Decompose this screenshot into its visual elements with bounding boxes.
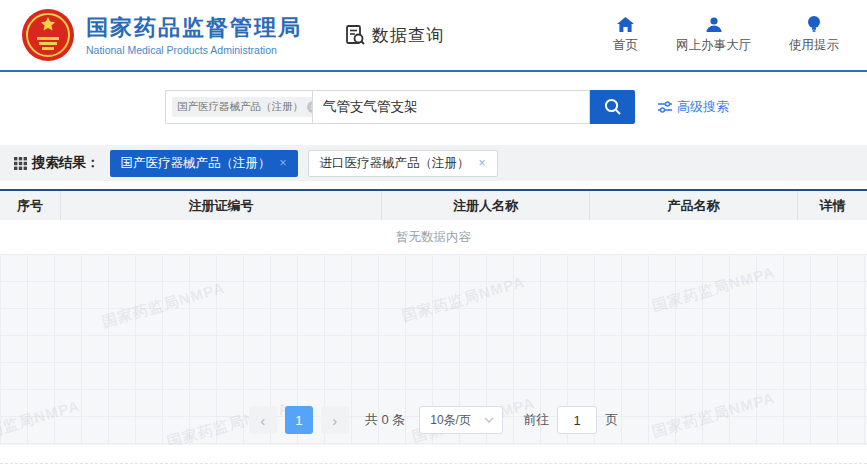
page-size-select[interactable]: 10条/页 xyxy=(419,406,503,434)
next-page-button[interactable]: › xyxy=(321,406,349,434)
results-bar: 搜索结果： 国产医疗器械产品（注册） × 进口医疗器械产品（注册） × xyxy=(0,145,867,181)
page: 国家药品监督管理局 National Medical Products Admi… xyxy=(0,0,867,471)
tab-domestic-device-registered[interactable]: 国产医疗器械产品（注册） × xyxy=(110,150,298,177)
tab-imported-device-registered[interactable]: 进口医疗器械产品（注册） × xyxy=(308,150,498,177)
data-query-link[interactable]: 数据查询 xyxy=(344,24,444,47)
document-search-icon xyxy=(344,24,366,46)
category-dropdown[interactable]: 国产医疗器械产品（注册） × xyxy=(165,90,312,124)
org-title-block: 国家药品监督管理局 National Medical Products Admi… xyxy=(86,15,302,56)
total-count-label: 共 0 条 xyxy=(365,411,405,429)
table-header-row: 序号 注册证编号 注册人名称 产品名称 详情 xyxy=(0,190,867,220)
nav-label: 使用提示 xyxy=(789,37,839,54)
nav-item-online-hall[interactable]: 网上办事大厅 xyxy=(676,17,751,54)
category-tag: 国产医疗器械产品（注册） × xyxy=(172,97,324,117)
watermark: 国家药监局NMPA xyxy=(100,279,227,332)
nav-item-home[interactable]: 首页 xyxy=(613,17,638,54)
watermark: 国家药监局NMPA xyxy=(400,273,527,326)
page-size-value: 10条/页 xyxy=(430,412,471,429)
grid-icon xyxy=(14,157,27,170)
page-number-current[interactable]: 1 xyxy=(285,406,313,434)
search-bar: 国产医疗器械产品（注册） × xyxy=(165,90,867,124)
chevron-down-icon xyxy=(484,417,494,423)
tab-close-icon[interactable]: × xyxy=(479,156,486,170)
prev-page-button[interactable]: ‹ xyxy=(249,406,277,434)
nav-label: 首页 xyxy=(613,37,638,54)
org-name-en: National Medical Products Administration xyxy=(86,44,302,56)
column-header-index: 序号 xyxy=(0,190,61,220)
nav-label: 网上办事大厅 xyxy=(676,37,751,54)
top-nav: 首页 网上办事大厅 使 xyxy=(575,16,839,54)
search-icon xyxy=(604,98,622,116)
footer-divider xyxy=(0,463,867,464)
goto-page-input[interactable] xyxy=(557,406,597,434)
data-query-label: 数据查询 xyxy=(372,24,444,47)
home-icon xyxy=(617,17,634,32)
tab-label: 进口医疗器械产品（注册） xyxy=(320,155,470,172)
advanced-search-link[interactable]: 高级搜索 xyxy=(653,98,729,116)
footer-strip xyxy=(0,445,867,469)
header: 国家药品监督管理局 National Medical Products Admi… xyxy=(0,0,867,72)
column-header-details: 详情 xyxy=(798,190,867,220)
nav-item-usage-tips[interactable]: 使用提示 xyxy=(789,16,839,54)
column-header-registration-number: 注册证编号 xyxy=(61,190,382,220)
empty-state-text: 暂无数据内容 xyxy=(0,220,867,254)
tab-label: 国产医疗器械产品（注册） xyxy=(121,155,271,172)
filter-sliders-icon xyxy=(658,101,672,113)
search-input[interactable] xyxy=(312,90,590,124)
results-label: 搜索结果： xyxy=(32,154,100,172)
advanced-search-label: 高级搜索 xyxy=(677,98,729,116)
search-button[interactable] xyxy=(590,90,635,124)
pagination: ‹ 1 › 共 0 条 10条/页 前往 页 xyxy=(0,406,867,434)
category-tag-label: 国产医疗器械产品（注册） xyxy=(177,100,303,114)
column-header-product-name: 产品名称 xyxy=(590,190,798,220)
user-icon xyxy=(706,17,722,32)
lightbulb-icon xyxy=(807,16,821,32)
nmpa-emblem-logo[interactable] xyxy=(22,9,74,61)
watermark: 国家药监局NMPA xyxy=(650,263,777,316)
page-unit-label: 页 xyxy=(605,411,618,429)
results-table: 序号 注册证编号 注册人名称 产品名称 详情 暂无数据内容 xyxy=(0,189,867,254)
goto-label: 前往 xyxy=(523,411,549,429)
tab-close-icon[interactable]: × xyxy=(280,156,287,170)
org-name-cn: 国家药品监督管理局 xyxy=(86,15,302,41)
search-section: 国产医疗器械产品（注册） × xyxy=(0,72,867,124)
content-background: 国家药监局NMPA 国家药监局NMPA 国家药监局NMPA 国家药监局NMPA … xyxy=(0,254,867,445)
column-header-registrant-name: 注册人名称 xyxy=(381,190,589,220)
empty-row: 暂无数据内容 xyxy=(0,220,867,254)
